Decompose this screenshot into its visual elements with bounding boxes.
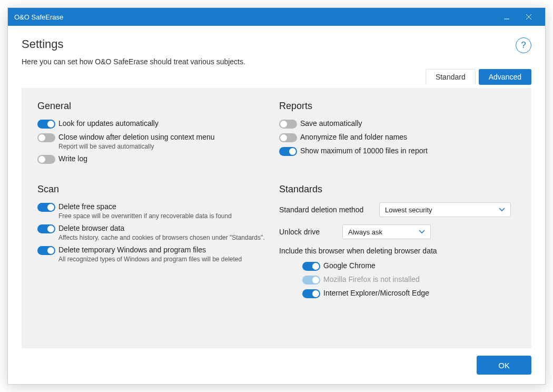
label-anonymize: Anonymize file and folder names bbox=[300, 133, 516, 141]
section-title-standards: Standards bbox=[279, 184, 516, 195]
toggle-browser-data[interactable] bbox=[37, 224, 55, 233]
label-edge: Internet Explorer/Microsoft Edge bbox=[323, 289, 516, 297]
footer: OK bbox=[8, 348, 545, 384]
toggle-free-space[interactable] bbox=[37, 203, 55, 212]
header: Settings Here you can set how O&O SafeEr… bbox=[8, 26, 545, 66]
toggle-edge[interactable] bbox=[302, 289, 320, 298]
row-write-log: Write log bbox=[37, 154, 274, 164]
label-browser-data: Delete browser data bbox=[58, 224, 274, 232]
toggle-write-log[interactable] bbox=[37, 155, 55, 164]
select-unlock-drive-value: Always ask bbox=[348, 228, 382, 236]
page-subtitle: Here you can set how O&O SafeErase shoul… bbox=[22, 57, 516, 66]
close-icon bbox=[526, 14, 532, 20]
row-free-space: Delete free space Free space will be ove… bbox=[37, 202, 274, 220]
section-title-general: General bbox=[37, 101, 274, 112]
settings-panel: General Look for updates automatically C… bbox=[22, 88, 531, 348]
row-temp-files: Delete temporary Windows and program fil… bbox=[37, 246, 274, 263]
label-firefox: Mozilla Firefox is not installed bbox=[323, 275, 516, 283]
row-updates: Look for updates automatically bbox=[37, 119, 274, 129]
row-close-window: Close window after deletion using contex… bbox=[37, 133, 274, 150]
toggle-anonymize[interactable] bbox=[279, 133, 297, 142]
section-title-scan: Scan bbox=[37, 184, 274, 195]
label-close-window: Close window after deletion using contex… bbox=[58, 133, 274, 141]
row-chrome: Google Chrome bbox=[302, 261, 516, 271]
row-unlock-drive: Unlock drive Always ask bbox=[279, 224, 516, 239]
minimize-button[interactable] bbox=[496, 8, 518, 26]
row-browser-data: Delete browser data Affects history, cac… bbox=[37, 224, 274, 241]
toggle-updates[interactable] bbox=[37, 120, 55, 129]
row-deletion-method: Standard deletion method Lowest security bbox=[279, 202, 516, 217]
row-save-auto: Save automatically bbox=[279, 119, 516, 129]
toggle-close-window[interactable] bbox=[37, 133, 55, 142]
label-chrome: Google Chrome bbox=[323, 261, 516, 270]
header-left: Settings Here you can set how O&O SafeEr… bbox=[22, 37, 516, 66]
toggle-chrome[interactable] bbox=[302, 262, 320, 271]
ok-button[interactable]: OK bbox=[477, 356, 531, 375]
section-scan: Scan Delete free space Free space will b… bbox=[37, 184, 274, 302]
app-title: O&O SafeErase bbox=[14, 13, 496, 21]
label-deletion-method: Standard deletion method bbox=[279, 205, 379, 214]
help-icon: ? bbox=[521, 40, 526, 51]
toggle-save-auto[interactable] bbox=[279, 120, 297, 129]
label-write-log: Write log bbox=[58, 154, 274, 163]
minimize-icon bbox=[503, 14, 510, 20]
label-save-auto: Save automatically bbox=[300, 119, 516, 128]
select-deletion-method-value: Lowest security bbox=[385, 206, 432, 214]
label-max-files: Show maximum of 10000 files in report bbox=[300, 146, 516, 155]
toggle-firefox bbox=[302, 276, 320, 285]
label-updates: Look for updates automatically bbox=[58, 119, 274, 128]
app-window: O&O SafeErase Settings Here you can set … bbox=[7, 7, 546, 385]
sub-browser-data: Affects history, cache and cookies of br… bbox=[58, 234, 274, 241]
tab-advanced[interactable]: Advanced bbox=[479, 69, 531, 85]
row-max-files: Show maximum of 10000 files in report bbox=[279, 146, 516, 156]
page-title: Settings bbox=[22, 37, 516, 51]
section-general: General Look for updates automatically C… bbox=[37, 101, 274, 168]
section-standards: Standards Standard deletion method Lowes… bbox=[279, 184, 516, 302]
select-unlock-drive[interactable]: Always ask bbox=[342, 224, 431, 239]
sub-free-space: Free space will be overwritten if any re… bbox=[58, 212, 274, 220]
label-temp-files: Delete temporary Windows and program fil… bbox=[58, 246, 274, 254]
toggle-max-files[interactable] bbox=[279, 147, 297, 156]
label-unlock-drive: Unlock drive bbox=[279, 228, 342, 236]
tabs: Standard Advanced bbox=[426, 69, 531, 85]
help-button[interactable]: ? bbox=[516, 37, 531, 53]
chevron-down-icon bbox=[419, 230, 425, 234]
sub-temp-files: All recognized types of Windows and prog… bbox=[58, 256, 274, 263]
chevron-down-icon bbox=[499, 208, 505, 212]
row-anonymize: Anonymize file and folder names bbox=[279, 133, 516, 142]
section-title-reports: Reports bbox=[279, 101, 516, 112]
sub-close-window: Report will be saved automatically bbox=[58, 143, 274, 150]
select-deletion-method[interactable]: Lowest security bbox=[379, 202, 511, 217]
row-edge: Internet Explorer/Microsoft Edge bbox=[302, 289, 516, 298]
titlebar: O&O SafeErase bbox=[8, 8, 545, 26]
tab-standard[interactable]: Standard bbox=[426, 69, 476, 85]
row-firefox: Mozilla Firefox is not installed bbox=[302, 275, 516, 285]
toggle-temp-files[interactable] bbox=[37, 246, 55, 255]
label-include-browsers: Include this browser when deleting brows… bbox=[279, 247, 516, 255]
label-free-space: Delete free space bbox=[58, 202, 274, 211]
section-reports: Reports Save automatically Anonymize fil… bbox=[279, 101, 516, 168]
close-button[interactable] bbox=[518, 8, 540, 26]
browser-list: Google Chrome Mozilla Firefox is not ins… bbox=[302, 261, 516, 298]
